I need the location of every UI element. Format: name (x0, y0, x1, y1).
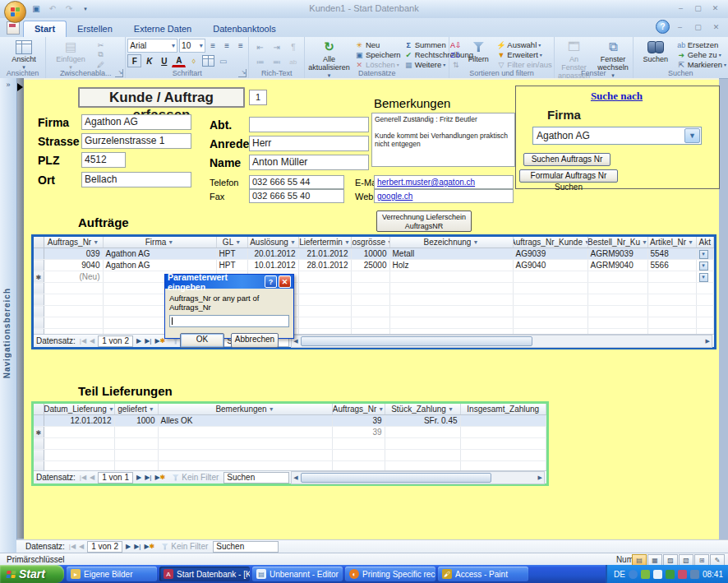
prev-record-icon[interactable]: ◀ (90, 474, 94, 481)
align-center-icon[interactable]: ≡ (221, 39, 233, 52)
auswahl-button[interactable]: ⚡Auswahl▾ (496, 40, 551, 49)
table-row[interactable]: 039Agathon AGHPT 20.01.201221.01.2012100… (34, 248, 714, 260)
record-selector-strip[interactable] (17, 78, 24, 539)
font-family-combo[interactable]: Arial▾ (127, 39, 177, 53)
close-button[interactable]: ✕ (707, 2, 723, 14)
font-color-icon[interactable]: A (172, 55, 186, 67)
last-record-icon[interactable]: ▶| (145, 474, 151, 481)
paragraph-marks-icon[interactable]: ¶ (286, 40, 300, 53)
next-record-icon[interactable]: ▶ (126, 543, 131, 550)
ansicht-button[interactable]: Ansicht▾ (2, 39, 46, 72)
tray-network-icon[interactable] (690, 570, 699, 579)
web-link[interactable]: google.ch (377, 192, 412, 201)
taskbar-item-editor[interactable]: ▤ Unbenannt - Editor (252, 567, 343, 581)
bold-button[interactable]: F (127, 54, 141, 67)
attachment-icon[interactable]: ▾ (699, 250, 708, 259)
cancel-button[interactable]: Abbrechen (231, 333, 279, 348)
prev-record-icon[interactable]: ◀ (90, 337, 94, 345)
tray-search-icon[interactable] (653, 570, 662, 579)
col-ausloesung[interactable]: Auslösung▼ (247, 237, 298, 248)
filter-toggle-button[interactable]: ▽Filter ein/aus (496, 60, 551, 69)
filtern-button[interactable]: Filtern (463, 39, 494, 69)
form-search-input[interactable]: Suchen (213, 541, 279, 553)
erweitert-button[interactable]: ▼Erweitert▾ (496, 50, 551, 59)
table-row[interactable]: 9040Agathon AGHPT 10.01.201228.01.201225… (34, 260, 714, 271)
last-record-icon[interactable]: ▶| (134, 543, 141, 550)
scrollbar-thumb[interactable] (301, 336, 532, 346)
col-geliefert[interactable]: geliefert▼ (114, 404, 158, 415)
last-record-icon[interactable]: ▶| (145, 337, 151, 345)
copy-icon[interactable]: ⧉ (96, 50, 105, 59)
new-record-row[interactable]: ✱ (Neu) ▾ (34, 271, 714, 283)
bemerkungen-memo[interactable]: Generell Zuständig : Fritz Beutler Kunde… (371, 113, 515, 167)
horizontal-scrollbar[interactable]: ◀ ▶ (291, 471, 545, 484)
italic-button[interactable]: K (142, 54, 156, 67)
col-datum-lieferung[interactable]: Datum_Lieferung▼ (44, 404, 114, 415)
increase-indent-icon[interactable]: ⇥ (270, 40, 283, 53)
gridlines-icon[interactable] (201, 54, 215, 67)
numbered-list-icon[interactable]: ≔ (253, 55, 267, 68)
pivottable-view-icon[interactable]: ▨ (663, 554, 678, 566)
tab-externe-daten[interactable]: Externe Daten (123, 21, 202, 37)
col-bezeichnung[interactable]: Bezeichnung▼ (389, 237, 513, 248)
plz-field[interactable]: 4512 (81, 152, 126, 168)
datasheet-search-input[interactable]: Suchen (223, 472, 289, 484)
telefon-field[interactable]: 032 666 55 44 (249, 175, 344, 189)
sort-descending-icon[interactable]: Z⇩ (451, 50, 460, 59)
first-record-icon[interactable]: |◀ (80, 474, 86, 481)
anrede-field[interactable]: Herr (249, 136, 369, 151)
firma-field[interactable]: Agathon AG (81, 114, 191, 130)
decrease-indent-icon[interactable]: ⇤ (253, 40, 267, 53)
doc-restore-button[interactable]: ▢ (690, 21, 706, 33)
navigation-pane-collapsed[interactable]: » Navigationsbereich (0, 78, 17, 553)
tab-start[interactable]: Start (23, 21, 67, 37)
record-number-box[interactable]: 1 (249, 90, 267, 105)
col-akt[interactable]: Akt (696, 237, 714, 248)
suchen-button[interactable]: Suchen (638, 39, 673, 69)
taskbar-item-access[interactable]: A Start Datenbank - [K... (159, 567, 250, 581)
col-auftrags-nr-kunde[interactable]: Auftrags_Nr_Kunde▼ (513, 237, 587, 248)
tray-flag-icon[interactable] (678, 570, 687, 579)
scroll-right-icon[interactable]: ▶ (537, 474, 544, 481)
dialog-title-bar[interactable]: Parameterwert eingeben ? ✕ (165, 275, 293, 289)
restore-button[interactable]: ▢ (690, 2, 706, 14)
strasse-field[interactable]: Gurzelenstrasse 1 (81, 133, 191, 149)
datasheet-view-icon[interactable]: ▦ (647, 554, 662, 566)
border-icon[interactable]: ▭ (216, 54, 230, 67)
format-painter-icon[interactable]: 🖉 (96, 60, 105, 69)
prev-record-icon[interactable]: ◀ (79, 543, 84, 550)
taskbar-item-eigene-bilder[interactable]: ▸ Eigene Bilder (67, 567, 157, 581)
speichern-button[interactable]: ▣Speichern (355, 50, 401, 59)
select-all-corner[interactable] (34, 237, 44, 248)
expand-navpane-icon[interactable]: » (0, 78, 16, 89)
col-auftrags-nr[interactable]: Auftrags_Nr▼ (44, 237, 103, 248)
markieren-button[interactable]: ⇱Markieren▾ (677, 60, 726, 69)
col-insgesamt-zahlung[interactable]: Insgesamt_Zahlung (460, 404, 546, 415)
table-row[interactable]: 12.01.20121000Alles OK 39SFr. 0.45 (34, 415, 546, 427)
email-link[interactable]: herbert.muster@agaton.ch (377, 178, 475, 187)
col-auftrags-nr[interactable]: Auftrags_Nr▼ (332, 404, 385, 415)
fax-field[interactable]: 032 666 55 40 (249, 189, 344, 203)
form-view-icon[interactable]: ▤ (632, 554, 647, 566)
doc-close-button[interactable]: ✕ (708, 21, 724, 33)
language-indicator[interactable]: DE (614, 570, 625, 579)
highlight-icon[interactable]: ab (286, 55, 300, 68)
align-right-icon[interactable]: ≡ (234, 39, 247, 52)
ersetzen-button[interactable]: abErsetzen (677, 40, 726, 49)
loeschen-button[interactable]: ✕Löschen▾ (355, 60, 401, 69)
bullet-list-icon[interactable]: ≕ (270, 55, 283, 68)
start-button[interactable]: Start (0, 565, 64, 583)
taskbar-item-firefox[interactable]: ◐ Printing Specific recor... (345, 567, 435, 581)
attachment-icon[interactable]: ▾ (699, 261, 708, 271)
ok-button[interactable]: OK (180, 333, 224, 348)
name-field[interactable]: Anton Müller (249, 155, 369, 170)
form-window-icon[interactable] (7, 21, 20, 35)
help-icon[interactable]: ? (656, 20, 670, 34)
parameter-input[interactable] (169, 315, 289, 327)
dialog-help-icon[interactable]: ? (265, 275, 277, 288)
suchen-auftrags-nr-button[interactable]: Suchen Auftrags Nr (523, 153, 611, 166)
suche-firma-combo[interactable]: Agathon AG ▼ (532, 127, 702, 145)
verrechnung-lieferschein-button[interactable]: Verrechnung Lieferschein AuftragsNR (376, 211, 472, 232)
email-field[interactable]: herbert.muster@agaton.ch (374, 175, 514, 189)
underline-button[interactable]: U (157, 54, 171, 67)
